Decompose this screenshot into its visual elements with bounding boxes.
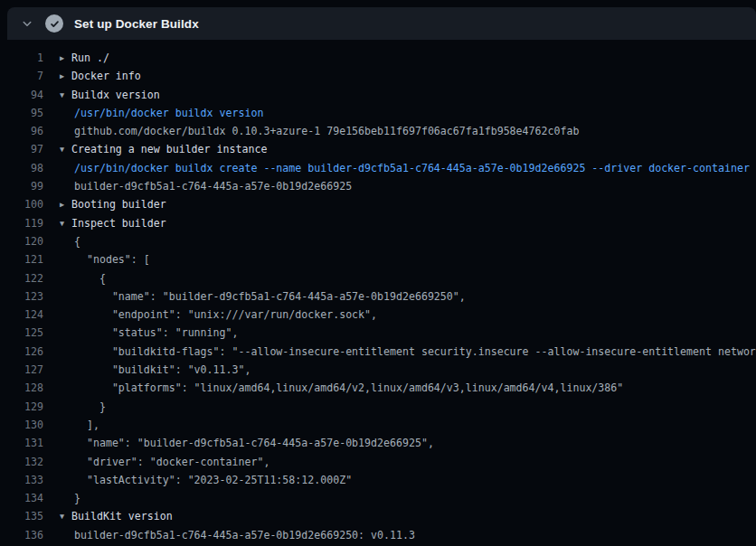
log-text: github.com/docker/buildx 0.10.3+azure-1 … [74,125,579,137]
log-viewer[interactable]: 1 ▶Run ./ 7 ▶Docker info 94 ▼Buildx vers… [0,43,756,544]
log-line: 130 ], [0,416,756,434]
log-text: "lastActivity": "2023-02-25T11:58:12.000… [74,474,352,486]
log-line: 129 } [0,398,756,416]
line-number[interactable]: 1 [0,49,43,67]
log-text: builder-d9cfb5a1-c764-445a-a57e-0b19d2e6… [74,529,415,541]
line-number[interactable]: 130 [0,416,43,434]
expand-arrow-icon: ▼ [60,86,71,104]
line-number[interactable]: 132 [0,453,43,471]
log-line: 124 "endpoint": "unix:///var/run/docker.… [0,306,756,324]
line-number[interactable]: 123 [0,287,43,306]
line-number[interactable]: 100 [0,195,43,213]
log-line: 133 "lastActivity": "2023-02-25T11:58:12… [0,471,756,489]
log-text: Docker info [71,70,141,82]
expand-arrow-icon: ▶ [60,49,71,67]
expand-arrow-icon: ▼ [60,140,71,158]
log-line: 134 } [0,489,756,507]
log-line: 98 /usr/bin/docker buildx create --name … [0,159,756,177]
log-text: /usr/bin/docker buildx create --name bui… [74,162,750,174]
log-line[interactable]: 94 ▼Buildx version [0,86,756,104]
log-line: 96 github.com/docker/buildx 0.10.3+azure… [0,122,756,140]
log-line[interactable]: 119 ▼Inspect builder [0,214,756,232]
line-number[interactable]: 131 [0,434,43,452]
line-number[interactable]: 7 [0,67,43,85]
step-title: Set up Docker Buildx [74,17,199,31]
log-text: BuildKit version [71,510,173,522]
line-number[interactable]: 119 [0,214,43,232]
log-line: 123 "name": "builder-d9cfb5a1-c764-445a-… [0,287,756,306]
log-line[interactable]: 135 ▼BuildKit version [0,507,756,525]
log-line[interactable]: 1 ▶Run ./ [0,49,756,67]
log-text: "buildkitd-flags": "--allow-insecure-ent… [74,345,756,358]
log-line[interactable]: 97 ▼Creating a new builder instance [0,140,756,158]
log-text: "platforms": "linux/amd64,linux/amd64/v2… [74,381,623,394]
line-number[interactable]: 135 [0,507,43,525]
line-number[interactable]: 94 [0,86,43,104]
log-text: Inspect builder [71,217,166,230]
line-number[interactable]: 97 [0,140,43,158]
log-line: 126 "buildkitd-flags": "--allow-insecure… [0,343,756,361]
line-number[interactable]: 134 [0,489,43,507]
line-number[interactable]: 128 [0,379,43,397]
log-text: Booting builder [71,198,166,211]
log-text: "name": "builder-d9cfb5a1-c764-445a-a57e… [74,437,434,449]
line-number[interactable]: 99 [0,177,43,195]
line-number[interactable]: 121 [0,250,43,268]
expand-arrow-icon: ▶ [60,195,71,213]
log-text: { [74,235,80,248]
line-number[interactable]: 95 [0,104,43,122]
line-number[interactable]: 124 [0,306,43,324]
log-text: "status": "running", [74,326,238,339]
log-line: 120 { [0,232,756,250]
expand-arrow-icon: ▼ [60,214,71,232]
line-number[interactable]: 125 [0,324,43,342]
line-number[interactable]: 122 [0,269,43,287]
line-number[interactable]: 96 [0,122,43,140]
line-number[interactable]: 126 [0,343,43,361]
log-text: Creating a new builder instance [71,143,267,155]
log-line: 136 builder-d9cfb5a1-c764-445a-a57e-0b19… [0,526,756,544]
log-line: 132 "driver": "docker-container", [0,453,756,471]
log-text: Run ./ [71,52,109,64]
line-number[interactable]: 120 [0,232,43,250]
step-header[interactable]: Set up Docker Buildx [7,7,756,40]
log-text: ], [74,419,99,431]
log-line: 95 /usr/bin/docker buildx version [0,104,756,122]
line-number[interactable]: 133 [0,471,43,489]
check-circle-icon [45,14,63,33]
line-number[interactable]: 127 [0,361,43,379]
log-line: 121 "nodes": [ [0,250,756,268]
log-line: 99 builder-d9cfb5a1-c764-445a-a57e-0b19d… [0,177,756,195]
log-text: "nodes": [ [74,253,150,266]
log-text: } [74,400,106,413]
line-number[interactable]: 136 [0,526,43,544]
log-text: } [74,492,80,504]
log-line: 131 "name": "builder-d9cfb5a1-c764-445a-… [0,434,756,452]
log-line[interactable]: 100 ▶Booting builder [0,195,756,213]
log-line: 122 { [0,269,756,287]
line-number[interactable]: 98 [0,159,43,177]
log-line: 128 "platforms": "linux/amd64,linux/amd6… [0,379,756,397]
log-text: "endpoint": "unix:///var/run/docker.sock… [74,308,377,321]
log-text: Buildx version [71,89,160,101]
chevron-down-icon[interactable] [20,16,34,31]
expand-arrow-icon: ▶ [60,67,71,85]
log-text: builder-d9cfb5a1-c764-445a-a57e-0b19d2e6… [74,180,352,193]
log-text: "name": "builder-d9cfb5a1-c764-445a-a57e… [74,290,466,303]
log-line[interactable]: 7 ▶Docker info [0,67,756,85]
log-text: "driver": "docker-container", [74,456,269,468]
log-text: "buildkit": "v0.11.3", [74,363,250,376]
log-line: 125 "status": "running", [0,324,756,342]
log-line: 127 "buildkit": "v0.11.3", [0,361,756,379]
log-text: { [74,272,106,285]
log-text: /usr/bin/docker buildx version [74,107,263,119]
expand-arrow-icon: ▼ [60,507,71,525]
line-number[interactable]: 129 [0,398,43,416]
